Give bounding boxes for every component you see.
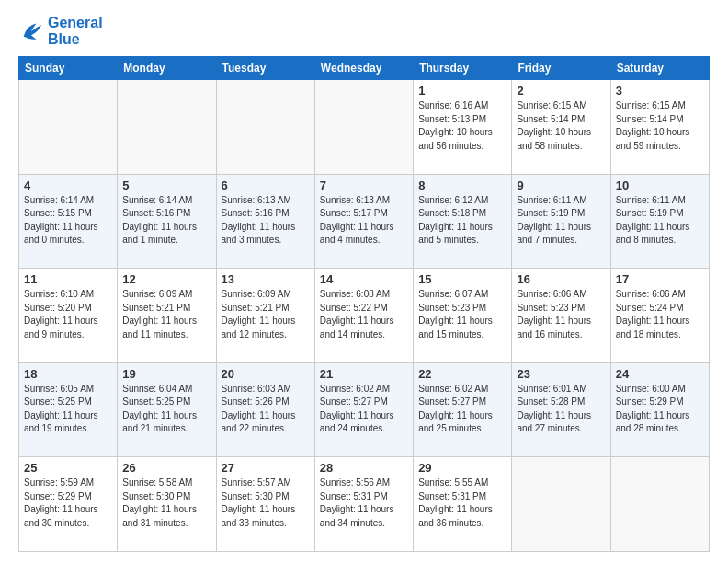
day-info: Sunrise: 6:14 AM Sunset: 5:15 PM Dayligh… (24, 194, 112, 247)
day-number: 19 (122, 367, 210, 381)
calendar-cell: 2Sunrise: 6:15 AM Sunset: 5:14 PM Daylig… (512, 80, 610, 175)
day-number: 2 (517, 84, 605, 98)
day-info: Sunrise: 6:11 AM Sunset: 5:19 PM Dayligh… (616, 194, 704, 247)
day-info: Sunrise: 6:09 AM Sunset: 5:21 PM Dayligh… (222, 288, 310, 341)
calendar-cell (610, 457, 709, 552)
calendar-cell: 8Sunrise: 6:12 AM Sunset: 5:18 PM Daylig… (414, 174, 512, 269)
day-info: Sunrise: 6:13 AM Sunset: 5:17 PM Dayligh… (320, 194, 408, 247)
calendar-cell: 6Sunrise: 6:13 AM Sunset: 5:16 PM Daylig… (216, 174, 314, 269)
day-info: Sunrise: 6:00 AM Sunset: 5:29 PM Dayligh… (616, 383, 704, 436)
day-number: 20 (222, 367, 310, 381)
day-number: 15 (418, 272, 506, 286)
day-number: 25 (24, 461, 112, 475)
day-number: 16 (517, 272, 605, 286)
weekday-header: Thursday (414, 57, 512, 80)
day-number: 7 (320, 178, 408, 192)
weekday-header: Friday (512, 57, 610, 80)
day-info: Sunrise: 5:56 AM Sunset: 5:31 PM Dayligh… (320, 477, 408, 530)
day-number: 12 (122, 272, 210, 286)
calendar-cell: 9Sunrise: 6:11 AM Sunset: 5:19 PM Daylig… (512, 174, 610, 269)
calendar-cell: 26Sunrise: 5:58 AM Sunset: 5:30 PM Dayli… (118, 457, 216, 552)
day-info: Sunrise: 6:07 AM Sunset: 5:23 PM Dayligh… (418, 288, 506, 341)
calendar-cell: 23Sunrise: 6:01 AM Sunset: 5:28 PM Dayli… (512, 362, 610, 457)
day-info: Sunrise: 6:03 AM Sunset: 5:26 PM Dayligh… (222, 383, 310, 436)
day-info: Sunrise: 6:15 AM Sunset: 5:14 PM Dayligh… (517, 99, 605, 153)
day-number: 17 (616, 272, 704, 286)
calendar-cell: 27Sunrise: 5:57 AM Sunset: 5:30 PM Dayli… (216, 457, 314, 552)
calendar-cell: 22Sunrise: 6:02 AM Sunset: 5:27 PM Dayli… (414, 362, 512, 457)
day-number: 11 (24, 272, 112, 286)
day-number: 26 (122, 461, 210, 475)
day-number: 22 (418, 367, 506, 381)
day-number: 14 (320, 272, 408, 286)
day-number: 3 (616, 84, 704, 98)
calendar-cell (19, 80, 118, 175)
logo-icon (18, 18, 44, 44)
calendar-cell: 20Sunrise: 6:03 AM Sunset: 5:26 PM Dayli… (216, 362, 314, 457)
day-number: 24 (616, 367, 704, 381)
logo: General Blue (18, 15, 103, 47)
day-number: 21 (320, 367, 408, 381)
day-number: 18 (24, 367, 112, 381)
day-number: 27 (222, 461, 310, 475)
calendar-week-row: 11Sunrise: 6:10 AM Sunset: 5:20 PM Dayli… (19, 269, 710, 363)
calendar-week-row: 18Sunrise: 6:05 AM Sunset: 5:25 PM Dayli… (19, 362, 710, 457)
calendar-table: SundayMondayTuesdayWednesdayThursdayFrid… (18, 56, 710, 552)
day-number: 23 (517, 367, 605, 381)
header: General Blue (18, 15, 710, 47)
calendar-cell: 3Sunrise: 6:15 AM Sunset: 5:14 PM Daylig… (610, 80, 709, 175)
weekday-header: Tuesday (216, 57, 314, 80)
calendar-header-row: SundayMondayTuesdayWednesdayThursdayFrid… (19, 57, 710, 80)
calendar-cell: 4Sunrise: 6:14 AM Sunset: 5:15 PM Daylig… (19, 174, 118, 269)
day-info: Sunrise: 6:06 AM Sunset: 5:24 PM Dayligh… (616, 288, 704, 341)
day-info: Sunrise: 5:57 AM Sunset: 5:30 PM Dayligh… (222, 477, 310, 530)
logo-text: General Blue (48, 15, 103, 47)
page: General Blue SundayMondayTuesdayWednesda… (0, 0, 728, 563)
day-number: 4 (24, 178, 112, 192)
calendar-cell: 12Sunrise: 6:09 AM Sunset: 5:21 PM Dayli… (118, 269, 216, 363)
calendar-cell: 11Sunrise: 6:10 AM Sunset: 5:20 PM Dayli… (19, 269, 118, 363)
day-info: Sunrise: 6:08 AM Sunset: 5:22 PM Dayligh… (320, 288, 408, 341)
day-info: Sunrise: 6:14 AM Sunset: 5:16 PM Dayligh… (122, 194, 210, 247)
day-number: 5 (122, 178, 210, 192)
calendar-cell: 10Sunrise: 6:11 AM Sunset: 5:19 PM Dayli… (610, 174, 709, 269)
day-number: 28 (320, 461, 408, 475)
day-info: Sunrise: 6:13 AM Sunset: 5:16 PM Dayligh… (222, 194, 310, 247)
calendar-cell (118, 80, 216, 175)
calendar-cell: 1Sunrise: 6:16 AM Sunset: 5:13 PM Daylig… (414, 80, 512, 175)
calendar-cell: 15Sunrise: 6:07 AM Sunset: 5:23 PM Dayli… (414, 269, 512, 363)
weekday-header: Monday (118, 57, 216, 80)
day-info: Sunrise: 5:55 AM Sunset: 5:31 PM Dayligh… (418, 477, 506, 530)
calendar-cell: 25Sunrise: 5:59 AM Sunset: 5:29 PM Dayli… (19, 457, 118, 552)
calendar-week-row: 25Sunrise: 5:59 AM Sunset: 5:29 PM Dayli… (19, 457, 710, 552)
weekday-header: Wednesday (314, 57, 413, 80)
calendar-cell: 19Sunrise: 6:04 AM Sunset: 5:25 PM Dayli… (118, 362, 216, 457)
day-info: Sunrise: 6:09 AM Sunset: 5:21 PM Dayligh… (122, 288, 210, 341)
calendar-cell: 5Sunrise: 6:14 AM Sunset: 5:16 PM Daylig… (118, 174, 216, 269)
calendar-cell: 21Sunrise: 6:02 AM Sunset: 5:27 PM Dayli… (314, 362, 413, 457)
day-number: 8 (418, 178, 506, 192)
calendar-cell: 14Sunrise: 6:08 AM Sunset: 5:22 PM Dayli… (314, 269, 413, 363)
calendar-cell: 7Sunrise: 6:13 AM Sunset: 5:17 PM Daylig… (314, 174, 413, 269)
day-number: 13 (222, 272, 310, 286)
day-info: Sunrise: 6:05 AM Sunset: 5:25 PM Dayligh… (24, 383, 112, 436)
weekday-header: Sunday (19, 57, 118, 80)
calendar-cell: 28Sunrise: 5:56 AM Sunset: 5:31 PM Dayli… (314, 457, 413, 552)
day-number: 6 (222, 178, 310, 192)
day-info: Sunrise: 5:59 AM Sunset: 5:29 PM Dayligh… (24, 477, 112, 530)
day-info: Sunrise: 6:12 AM Sunset: 5:18 PM Dayligh… (418, 194, 506, 247)
day-info: Sunrise: 6:10 AM Sunset: 5:20 PM Dayligh… (24, 288, 112, 341)
day-info: Sunrise: 6:04 AM Sunset: 5:25 PM Dayligh… (122, 383, 210, 436)
calendar-cell (314, 80, 413, 175)
weekday-header: Saturday (610, 57, 709, 80)
day-info: Sunrise: 6:02 AM Sunset: 5:27 PM Dayligh… (418, 383, 506, 436)
calendar-week-row: 4Sunrise: 6:14 AM Sunset: 5:15 PM Daylig… (19, 174, 710, 269)
day-info: Sunrise: 6:16 AM Sunset: 5:13 PM Dayligh… (418, 99, 506, 153)
calendar-cell: 13Sunrise: 6:09 AM Sunset: 5:21 PM Dayli… (216, 269, 314, 363)
day-number: 10 (616, 178, 704, 192)
calendar-cell: 17Sunrise: 6:06 AM Sunset: 5:24 PM Dayli… (610, 269, 709, 363)
calendar-cell: 16Sunrise: 6:06 AM Sunset: 5:23 PM Dayli… (512, 269, 610, 363)
calendar-cell: 29Sunrise: 5:55 AM Sunset: 5:31 PM Dayli… (414, 457, 512, 552)
day-number: 29 (418, 461, 506, 475)
day-info: Sunrise: 6:06 AM Sunset: 5:23 PM Dayligh… (517, 288, 605, 341)
